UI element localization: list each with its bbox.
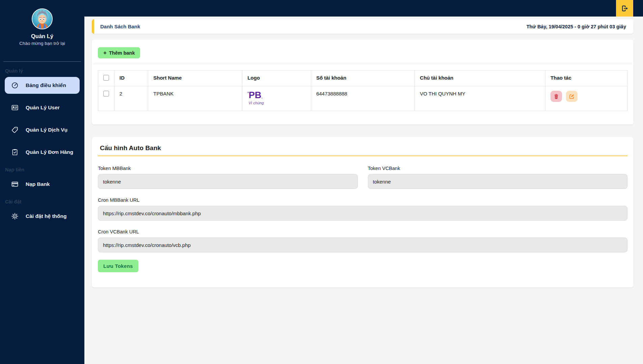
cron-mbbank-label: Cron MBBank URL — [98, 197, 627, 203]
sidebar-item-nap-bank[interactable]: Nạp Bank — [5, 176, 80, 193]
table-row: 2 TPBANK 'PB, Vì chúng 64473888888 VO TH — [98, 86, 627, 111]
topbar — [84, 0, 643, 17]
config-title: Cấu hình Auto Bank — [98, 143, 627, 152]
gear-icon — [11, 213, 19, 220]
clipboard-check-icon — [11, 148, 19, 156]
sidebar-item-services[interactable]: Quản Lý Dịch Vụ — [5, 121, 80, 138]
bank-logo: 'PB, Vì chúng — [247, 91, 306, 105]
cell-account-number: 64473888888 — [311, 86, 414, 111]
cell-actions — [545, 86, 627, 111]
section-label-quanly: Quản lý — [5, 68, 84, 74]
token-mbbank-label: Token MBBank — [98, 166, 358, 171]
config-underline — [98, 156, 627, 156]
cell-short-name: TPBANK — [148, 86, 242, 111]
sidebar-item-users[interactable]: Quản Lý User — [5, 99, 80, 116]
plus-icon: + — [103, 50, 107, 56]
sidebar-item-orders[interactable]: Quản Lý Đơn Hàng — [5, 144, 80, 161]
logout-button[interactable] — [616, 0, 633, 17]
token-vcbank-input[interactable] — [368, 174, 628, 189]
add-bank-button[interactable]: + Thêm bank — [98, 47, 140, 58]
edit-bank-button[interactable] — [566, 91, 578, 102]
sidebar-profile: Quản Lý Chào mừng bạn trở lại — [0, 0, 84, 46]
page-datetime: Thứ Bảy, 19/04/2025 - 0 giờ 27 phút 03 g… — [527, 24, 626, 29]
column-header-actions: Thao tác — [545, 71, 627, 86]
sidebar-item-dashboard[interactable]: Bảng điều khiển — [5, 77, 80, 94]
edit-icon — [569, 93, 575, 100]
cron-vcbank-input[interactable] — [98, 237, 627, 252]
sidebar-item-label: Quản Lý Dịch Vụ — [26, 127, 68, 133]
sidebar-item-label: Nạp Bank — [26, 181, 50, 187]
page-title: Danh Sách Bank — [100, 24, 140, 29]
page-header-bar: Danh Sách Bank Thứ Bảy, 19/04/2025 - 0 g… — [92, 19, 634, 34]
logo-text: PB — [249, 90, 262, 100]
logout-icon — [621, 4, 629, 12]
cell-account-holder: VO THI QUYNH MY — [415, 86, 545, 111]
main-content: Danh Sách Bank Thứ Bảy, 19/04/2025 - 0 g… — [84, 17, 643, 364]
sidebar-item-label: Quản Lý User — [26, 105, 60, 111]
bank-list-card: + Thêm bank ID Short Name Logo Số tài kh… — [92, 39, 634, 124]
section-label-naptien: Nạp tiền — [5, 167, 84, 172]
tag-icon — [11, 126, 19, 134]
column-header-logo: Logo — [242, 71, 311, 86]
column-header-account-number: Số tài khoản — [311, 71, 414, 86]
column-header-short-name: Short Name — [148, 71, 242, 86]
profile-welcome: Chào mừng bạn trở lại — [0, 41, 84, 46]
logo-tagline: Vì chúng — [248, 101, 306, 105]
column-header-account-holder: Chủ tài khoản — [415, 71, 545, 86]
profile-name: Quản Lý — [0, 33, 84, 39]
sidebar-item-label: Cài đặt hệ thống — [26, 213, 66, 219]
sidebar-item-system-settings[interactable]: Cài đặt hệ thống — [5, 208, 80, 225]
config-form: Token MBBank Token VCBank Cron MBBank UR… — [98, 166, 627, 272]
cell-logo: 'PB, Vì chúng — [242, 86, 311, 111]
token-vcbank-label: Token VCBank — [368, 166, 628, 171]
sidebar: Quản Lý Chào mừng bạn trở lại Quản lý Bả… — [0, 0, 84, 364]
credit-card-icon — [11, 180, 19, 188]
select-all-checkbox[interactable] — [103, 75, 109, 81]
sidebar-divider — [3, 61, 81, 62]
card-divider — [93, 64, 632, 64]
admin-page: Quản Lý Chào mừng bạn trở lại Quản lý Bả… — [0, 0, 643, 364]
table-header-row: ID Short Name Logo Số tài khoản Chủ tài … — [98, 71, 627, 86]
trash-icon — [553, 93, 559, 100]
cron-mbbank-input[interactable] — [98, 206, 627, 221]
section-label-caidat: Cài đặt — [5, 199, 84, 204]
speedometer-icon — [11, 82, 19, 89]
column-header-id: ID — [114, 71, 148, 86]
logo-tail: , — [261, 94, 263, 99]
bank-table: ID Short Name Logo Số tài khoản Chủ tài … — [98, 70, 627, 111]
cell-id: 2 — [114, 86, 148, 111]
token-mbbank-input[interactable] — [98, 174, 358, 189]
save-tokens-button[interactable]: Lưu Tokens — [98, 260, 138, 272]
sidebar-item-label: Bảng điều khiển — [26, 82, 66, 88]
avatar — [32, 8, 53, 29]
auto-bank-config-card: Cấu hình Auto Bank Token MBBank Token VC… — [92, 137, 634, 287]
cron-vcbank-label: Cron VCBank URL — [98, 229, 627, 234]
id-card-icon — [11, 104, 19, 111]
delete-bank-button[interactable] — [551, 91, 562, 102]
add-bank-label: Thêm bank — [109, 50, 135, 56]
sidebar-item-label: Quản Lý Đơn Hàng — [26, 149, 73, 155]
row-checkbox[interactable] — [103, 91, 109, 96]
avatar-illustration — [32, 9, 52, 29]
